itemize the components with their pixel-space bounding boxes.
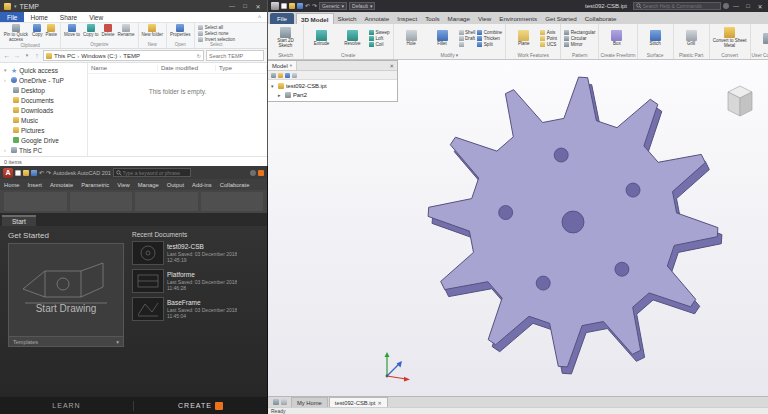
tab-inspect[interactable]: Inspect bbox=[393, 13, 421, 24]
menu-file[interactable]: File bbox=[0, 12, 24, 22]
tile-view-icon[interactable] bbox=[273, 399, 279, 405]
sidebar-item-documents[interactable]: Documents bbox=[0, 95, 87, 105]
breadcrumb[interactable]: This PC › Windows (C:) › TEMP ↻ bbox=[43, 50, 204, 61]
save-icon[interactable] bbox=[31, 170, 37, 176]
paste-button[interactable]: Paste bbox=[46, 24, 58, 38]
expander-icon[interactable]: ▾ bbox=[4, 67, 9, 73]
sidebar-item-this-pc[interactable]: › This PC bbox=[0, 145, 87, 155]
tab-get-started[interactable]: Get Started bbox=[541, 13, 581, 24]
split-button[interactable]: Split bbox=[477, 42, 502, 47]
viewport-3d[interactable] bbox=[268, 60, 768, 396]
menu-home[interactable]: Home bbox=[24, 14, 53, 21]
convert-to-sheet-metal-button[interactable]: Convert to Sheet Metal bbox=[713, 27, 747, 49]
save-icon[interactable] bbox=[297, 3, 303, 9]
tab-manage[interactable]: Manage bbox=[444, 13, 474, 24]
stitch-button[interactable]: Stitch bbox=[641, 30, 670, 47]
column-header-date-modified[interactable]: Date modified bbox=[158, 65, 216, 71]
point-button[interactable]: Point bbox=[540, 36, 557, 41]
breadcrumb-temp[interactable]: TEMP bbox=[123, 53, 140, 59]
new-file-icon[interactable] bbox=[281, 3, 287, 9]
tab-collaborate[interactable]: Collaborate bbox=[581, 13, 621, 24]
circular-pattern-button[interactable]: Circular bbox=[564, 36, 595, 41]
expander-icon[interactable]: › bbox=[4, 147, 9, 153]
pin-to-quick-access-button[interactable]: Pin to Quick access bbox=[3, 24, 29, 43]
mirror-button[interactable]: Mirror bbox=[564, 42, 595, 47]
command-search-input[interactable] bbox=[123, 170, 189, 176]
start-tab[interactable]: Start bbox=[2, 215, 36, 226]
draft-button[interactable]: Draft bbox=[459, 36, 476, 41]
properties-button[interactable]: Properties bbox=[170, 24, 191, 38]
autocad-logo[interactable]: A bbox=[3, 168, 13, 178]
column-header-type[interactable]: Type bbox=[216, 65, 267, 71]
tab-3d-model[interactable]: 3D Model bbox=[296, 13, 334, 24]
plane-button[interactable]: Plane bbox=[509, 30, 538, 47]
templates-dropdown[interactable]: Templates ▾ bbox=[8, 337, 124, 347]
loft-button[interactable]: Loft bbox=[369, 36, 390, 41]
tab-file[interactable]: File bbox=[270, 13, 294, 24]
delete-button[interactable]: Delete bbox=[102, 24, 115, 38]
redo-icon[interactable]: ↷ bbox=[312, 3, 317, 9]
browser-settings-icon[interactable] bbox=[285, 73, 290, 78]
undo-icon[interactable]: ↶ bbox=[305, 3, 310, 9]
panel-label[interactable]: Modify ▾ bbox=[394, 52, 506, 59]
a360-icon[interactable] bbox=[258, 170, 264, 176]
browser-search-icon[interactable] bbox=[278, 73, 283, 78]
sidebar-item-quick-access[interactable]: ▾ ★ Quick access bbox=[0, 65, 87, 75]
doc-tab-part[interactable]: test092-CSB.ipt ✕ bbox=[329, 397, 388, 407]
thread-button[interactable] bbox=[459, 42, 476, 47]
maximize-button[interactable]: □ bbox=[743, 3, 753, 9]
browser-filter-icon[interactable] bbox=[271, 73, 276, 78]
ucs-button[interactable]: UCS bbox=[540, 42, 557, 47]
arrange-windows-icon[interactable] bbox=[281, 399, 287, 405]
thicken-button[interactable]: Thicken bbox=[477, 36, 502, 41]
ribbon-collapse-icon[interactable]: ^ bbox=[252, 14, 267, 21]
coil-button[interactable]: Coil bbox=[369, 42, 390, 47]
sidebar-item-music[interactable]: Music bbox=[0, 115, 87, 125]
appearance-dropdown[interactable]: Default ▾ bbox=[349, 2, 375, 10]
expander-icon[interactable]: ▾ bbox=[271, 83, 276, 89]
tab-view[interactable]: View bbox=[474, 13, 495, 24]
tab-environments[interactable]: Environments bbox=[495, 13, 541, 24]
undo-icon[interactable]: ↶ bbox=[39, 170, 44, 176]
search-input[interactable] bbox=[209, 53, 261, 59]
expander-icon[interactable]: ▸ bbox=[278, 92, 283, 98]
refresh-icon[interactable]: ↻ bbox=[197, 53, 201, 59]
inventor-logo[interactable] bbox=[271, 2, 279, 10]
combine-button[interactable]: Combine bbox=[477, 30, 502, 35]
sidebar-item-downloads[interactable]: Downloads bbox=[0, 105, 87, 115]
copy-button[interactable]: Copy bbox=[32, 24, 43, 38]
tab-manage[interactable]: Manage bbox=[134, 182, 163, 188]
user-command-button[interactable] bbox=[754, 33, 768, 44]
tab-output[interactable]: Output bbox=[163, 182, 188, 188]
extrude-button[interactable]: Extrude bbox=[307, 30, 336, 47]
maximize-button[interactable]: □ bbox=[240, 3, 250, 9]
history-dropdown-icon[interactable]: ▾ bbox=[23, 53, 31, 58]
breadcrumb-drive-c[interactable]: Windows (C:) bbox=[81, 53, 117, 59]
sweep-button[interactable]: Sweep bbox=[369, 30, 390, 35]
rectangular-pattern-button[interactable]: Rectangular bbox=[564, 30, 595, 35]
open-icon[interactable] bbox=[289, 3, 295, 9]
tab-sketch[interactable]: Sketch bbox=[334, 13, 361, 24]
column-header-name[interactable]: Name bbox=[88, 65, 158, 71]
close-tab-icon[interactable]: ✕ bbox=[377, 400, 381, 406]
close-button[interactable]: ✕ bbox=[253, 3, 263, 10]
learn-tab[interactable]: LEARN bbox=[0, 402, 133, 409]
new-drawing-icon[interactable] bbox=[15, 170, 21, 176]
gear-part[interactable] bbox=[413, 62, 733, 382]
tab-add-ins[interactable]: Add-ins bbox=[188, 182, 216, 188]
minimize-button[interactable]: — bbox=[227, 3, 237, 9]
hole-button[interactable]: Hole bbox=[397, 30, 426, 47]
qat-dropdown-icon[interactable]: ▾ bbox=[14, 3, 17, 9]
browser-close-icon[interactable]: ✕ bbox=[386, 63, 397, 69]
rename-button[interactable]: Rename bbox=[118, 24, 135, 38]
up-button[interactable]: ↑ bbox=[33, 52, 41, 59]
tab-view[interactable]: View bbox=[113, 182, 133, 188]
forward-button[interactable]: → bbox=[13, 52, 21, 59]
select-none-button[interactable]: Select none bbox=[198, 31, 235, 36]
tab-home[interactable]: Home bbox=[0, 182, 23, 188]
tab-insert[interactable]: Insert bbox=[23, 182, 46, 188]
user-avatar-icon[interactable] bbox=[723, 3, 729, 9]
revolve-button[interactable]: Revolve bbox=[338, 30, 367, 47]
doc-tab-my-home[interactable]: My Home bbox=[291, 397, 328, 407]
sidebar-item-onedrive[interactable]: › OneDrive - TuP bbox=[0, 75, 87, 85]
